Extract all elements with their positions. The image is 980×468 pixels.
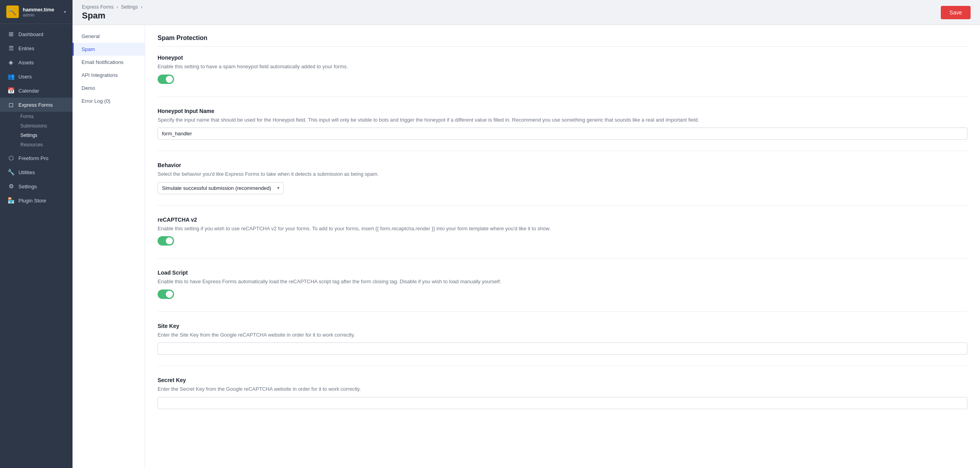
honeypot-input-name-field[interactable] <box>158 127 967 140</box>
sub-nav-spam[interactable]: Spam <box>73 43 145 56</box>
plugin-store-icon: 🏪 <box>7 197 15 204</box>
behavior-select-wrapper: Simulate successful submission (recommen… <box>158 182 283 194</box>
brand-sub: admin <box>23 13 54 17</box>
recaptcha-toggle[interactable] <box>158 236 174 246</box>
sidebar-item-label: Freeform Pro <box>18 155 49 161</box>
main-area: Express Forms › Settings › Spam Save Gen… <box>73 0 980 468</box>
sidebar-item-assets[interactable]: ◈ Assets <box>0 55 73 69</box>
breadcrumb-separator: › <box>116 4 119 10</box>
secret-key-group: Secret Key Enter the Secret Key from the… <box>158 377 967 420</box>
honeypot-input-name-desc: Specify the input name that should be us… <box>158 116 967 124</box>
brand-chevron-icon: ▾ <box>64 9 66 15</box>
secret-key-label: Secret Key <box>158 377 967 383</box>
load-script-toggle[interactable] <box>158 290 174 299</box>
sidebar-item-users[interactable]: 👥 Users <box>0 69 73 84</box>
site-key-desc: Enter the Site Key from the Google reCAP… <box>158 331 967 339</box>
sub-nav-email-notifications[interactable]: Email Notifications <box>73 56 145 69</box>
sidebar-item-plugin-store[interactable]: 🏪 Plugin Store <box>0 193 73 208</box>
behavior-group: Behavior Select the behavior you'd like … <box>158 162 967 206</box>
brand-name: hammer.time <box>23 7 54 13</box>
users-icon: 👥 <box>7 73 15 80</box>
sidebar-item-label: Assets <box>18 60 34 66</box>
sidebar-item-calendar[interactable]: 📅 Calendar <box>0 84 73 98</box>
breadcrumb-express-forms[interactable]: Express Forms <box>82 4 114 10</box>
sub-nav-demo[interactable]: Demo <box>73 82 145 95</box>
sidebar-item-utilities[interactable]: 🔧 Utilities <box>0 165 73 179</box>
recaptcha-slider <box>158 236 174 246</box>
sidebar-item-label: Calendar <box>18 88 39 94</box>
brand-logo: 🔨 <box>6 5 19 18</box>
freeform-icon: ⬡ <box>7 155 15 162</box>
honeypot-toggle[interactable] <box>158 75 174 84</box>
secret-key-desc: Enter the Secret Key from the Google reC… <box>158 385 967 393</box>
breadcrumb: Express Forms › Settings › <box>82 4 144 10</box>
sub-nav-error-log[interactable]: Error Log (0) <box>73 95 145 107</box>
site-key-label: Site Key <box>158 323 967 329</box>
sidebar-item-label: Entries <box>18 46 34 51</box>
sidebar-item-dashboard[interactable]: ⊞ Dashboard <box>0 27 73 41</box>
sidebar-item-express-forms[interactable]: ◻ Express Forms <box>0 98 73 112</box>
honeypot-label: Honeypot <box>158 55 967 61</box>
save-button[interactable]: Save <box>941 6 971 19</box>
sub-nav-api-integrations[interactable]: API Integrations <box>73 69 145 82</box>
sidebar-item-label: Users <box>18 74 32 80</box>
sidebar-item-freeform-pro[interactable]: ⬡ Freeform Pro <box>0 151 73 165</box>
main-nav: ⊞ Dashboard ☰ Entries ◈ Assets 👥 Users 📅… <box>0 24 73 468</box>
load-script-desc: Enable this to have Express Forms automa… <box>158 278 967 286</box>
honeypot-desc: Enable this setting to have a spam honey… <box>158 63 967 71</box>
sub-nav-general[interactable]: General <box>73 30 145 43</box>
page-title: Spam <box>82 11 144 21</box>
sidebar-item-settings[interactable]: ⚙ Settings <box>0 179 73 193</box>
honeypot-slider <box>158 75 174 84</box>
sidebar-item-label: Dashboard <box>18 31 44 37</box>
sidebar-item-label: Settings <box>18 184 37 189</box>
settings-panel: Spam Protection Honeypot Enable this set… <box>145 25 980 468</box>
secret-key-field[interactable] <box>158 397 967 409</box>
honeypot-input-name-label: Honeypot Input Name <box>158 108 967 114</box>
load-script-label: Load Script <box>158 270 967 276</box>
honeypot-input-name-group: Honeypot Input Name Specify the input na… <box>158 108 967 151</box>
site-key-field[interactable] <box>158 342 967 355</box>
recaptcha-label: reCAPTCHA v2 <box>158 217 967 223</box>
breadcrumb-settings[interactable]: Settings <box>121 4 138 10</box>
sub-sidebar: General Spam Email Notifications API Int… <box>73 25 145 468</box>
express-forms-icon: ◻ <box>7 101 15 108</box>
utilities-icon: 🔧 <box>7 169 15 176</box>
content-area: General Spam Email Notifications API Int… <box>73 25 980 468</box>
settings-icon: ⚙ <box>7 183 15 190</box>
recaptcha-desc: Enable this setting if you wish to use r… <box>158 225 967 233</box>
recaptcha-group: reCAPTCHA v2 Enable this setting if you … <box>158 217 967 259</box>
sidebar-item-label: Express Forms <box>18 102 53 108</box>
topbar: Express Forms › Settings › Spam Save <box>73 0 980 25</box>
sidebar: 🔨 hammer.time admin ▾ ⊞ Dashboard ☰ Entr… <box>0 0 73 468</box>
load-script-slider <box>158 290 174 299</box>
calendar-icon: 📅 <box>7 87 15 94</box>
site-key-group: Site Key Enter the Site Key from the Goo… <box>158 323 967 366</box>
subnav-item-settings[interactable]: Settings <box>17 131 73 140</box>
dashboard-icon: ⊞ <box>7 31 15 38</box>
sidebar-item-entries[interactable]: ☰ Entries <box>0 41 73 55</box>
behavior-select[interactable]: Simulate successful submission (recommen… <box>158 182 283 194</box>
subnav-item-forms[interactable]: Forms <box>17 112 73 121</box>
honeypot-group: Honeypot Enable this setting to have a s… <box>158 55 967 97</box>
entries-icon: ☰ <box>7 45 15 52</box>
breadcrumb-separator2: › <box>141 4 142 10</box>
assets-icon: ◈ <box>7 59 15 66</box>
brand-header[interactable]: 🔨 hammer.time admin ▾ <box>0 0 73 24</box>
behavior-desc: Select the behavior you'd like Express F… <box>158 170 967 178</box>
section-title: Spam Protection <box>158 35 967 47</box>
behavior-label: Behavior <box>158 162 967 168</box>
subnav-item-submissions[interactable]: Submissions <box>17 121 73 131</box>
express-forms-subnav: Forms Submissions Settings Resources <box>0 112 73 151</box>
sidebar-item-label: Utilities <box>18 169 35 175</box>
sidebar-item-label: Plugin Store <box>18 198 46 204</box>
subnav-item-resources[interactable]: Resources <box>17 140 73 149</box>
load-script-group: Load Script Enable this to have Express … <box>158 270 967 312</box>
